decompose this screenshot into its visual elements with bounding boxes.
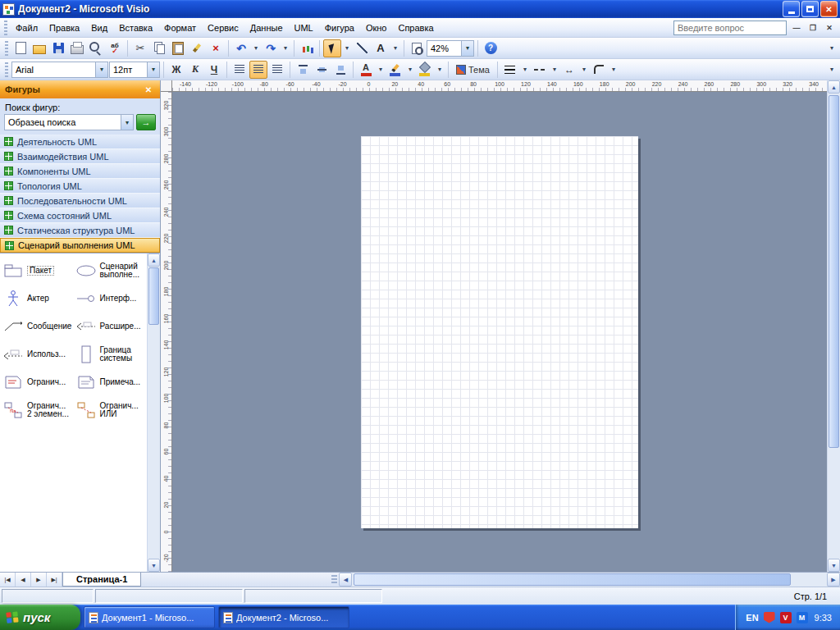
align-right-button[interactable] [268,61,286,79]
corner-rounding-button[interactable] [590,61,608,79]
horizontal-ruler[interactable]: -140 -120 -100 -80 -60 -40 -20 0 20 [172,80,827,92]
pointer-tool-dropdown[interactable]: ▾ [342,39,352,57]
shape-system-boundary[interactable]: Граница системы [74,340,147,368]
menu-item[interactable]: Вставка [113,20,158,36]
shape-note[interactable]: Примеча... [74,368,147,396]
menu-item[interactable]: Файл [10,20,43,36]
data-graphics-button[interactable] [298,39,316,57]
menu-item[interactable]: Правка [43,20,85,36]
scroll-up-icon[interactable]: ▲ [148,253,160,267]
page-tab[interactable]: Страница-1 [62,573,141,587]
text-tool-button[interactable]: A [372,39,390,57]
security-shield-icon[interactable] [764,612,775,623]
font-color-dropdown[interactable]: ▾ [376,61,386,79]
taskbar-task-button[interactable]: Документ1 - Microso... [84,606,215,628]
shape-uses[interactable]: Использ... [1,340,74,368]
menu-item[interactable]: UML [289,20,319,36]
shape-extends[interactable]: Расшире... [74,313,147,340]
line-color-dropdown[interactable]: ▾ [405,61,415,79]
help-button[interactable]: ? [482,39,500,57]
toolbar-options-button[interactable]: ▾ [826,39,838,57]
line-weight-button[interactable] [501,61,519,79]
line-weight-dropdown[interactable]: ▾ [520,61,530,79]
save-button[interactable] [49,39,67,57]
shape-constraint-or[interactable]: Огранич... ИЛИ [74,396,147,424]
antivirus-icon[interactable]: V [780,612,792,623]
stencil-item[interactable]: Последовательности UML [0,194,160,208]
messenger-icon[interactable]: M [797,612,808,623]
menu-item[interactable]: Данные [244,20,289,36]
line-pattern-dropdown[interactable]: ▾ [550,61,559,79]
align-middle-button[interactable] [313,61,331,79]
undo-button[interactable]: ↶ [232,39,250,57]
line-color-button[interactable] [386,61,404,79]
toolbar-grip[interactable] [5,41,8,56]
font-size-dropdown-icon[interactable]: ▾ [147,62,159,77]
new-document-button[interactable] [11,39,30,57]
stencil-item[interactable]: Взаимодействия UML [0,149,160,164]
redo-dropdown[interactable]: ▾ [281,39,290,57]
toolbar-grip[interactable] [5,62,8,77]
shape-message[interactable]: Сообщение [1,313,74,340]
language-indicator[interactable]: EN [746,613,758,623]
menu-item[interactable]: Окно [360,20,393,36]
taskbar-task-button[interactable]: Документ2 - Microso... [218,606,349,628]
close-button[interactable]: ✕ [820,1,838,17]
open-button[interactable] [30,39,48,57]
menu-item[interactable]: Фигура [319,20,360,36]
shape-constraint[interactable]: Огранич... [1,368,74,396]
shapes-scrollbar[interactable]: ▲ ▼ [147,253,160,572]
question-input[interactable] [673,21,787,35]
previous-page-button[interactable]: ◀ [16,573,31,587]
scroll-right-icon[interactable]: ▶ [827,573,840,587]
bold-button[interactable]: Ж [167,61,185,79]
menu-item[interactable]: Формат [158,20,202,36]
document-minimize-button[interactable]: — [790,21,803,34]
theme-button[interactable]: Тема [452,61,494,79]
maximize-button[interactable] [801,1,819,17]
text-tool-dropdown[interactable]: ▾ [390,39,400,57]
first-page-button[interactable]: |◀ [0,573,16,587]
connector-tool-button[interactable] [353,39,371,57]
shape-interface[interactable]: Интерф... [74,285,147,313]
shape-search-go-button[interactable]: → [136,114,156,130]
last-page-button[interactable]: ▶| [47,573,62,587]
scroll-left-icon[interactable]: ◀ [339,573,352,587]
horizontal-scroll-thumb[interactable] [354,573,790,586]
shapes-panel-close-button[interactable]: ✕ [142,83,155,96]
align-left-button[interactable] [231,61,249,79]
vertical-scrollbar[interactable]: ▲ ▼ [827,80,840,572]
scroll-down-icon[interactable]: ▼ [828,559,840,572]
shape-constraint-2-elements[interactable]: Na Огранич... 2 элемен... [1,396,74,424]
document-restore-button[interactable]: ❐ [806,21,819,34]
underline-button[interactable]: Ч [205,61,223,79]
horizontal-scroll-track[interactable] [352,573,827,587]
delete-button[interactable]: × [207,39,225,57]
zoom-dropdown-icon[interactable]: ▾ [461,41,473,56]
fill-color-button[interactable] [416,61,434,79]
undo-dropdown[interactable]: ▾ [251,39,261,57]
drawing-surface[interactable] [172,92,827,572]
align-center-button[interactable] [249,61,267,79]
shape-use-case[interactable]: Сценарий выполне... [74,257,147,285]
align-bottom-button[interactable] [331,61,349,79]
shape-search-combo[interactable]: Образец поиска ▾ [4,114,134,130]
corner-rounding-dropdown[interactable]: ▾ [609,61,619,79]
align-top-button[interactable] [294,61,312,79]
shapes-scroll-track[interactable] [148,267,160,559]
line-ends-button[interactable]: ↔ [560,61,578,79]
vertical-scroll-thumb[interactable] [829,95,839,448]
zoom-combo[interactable]: 42% ▾ [427,40,474,57]
menu-item[interactable]: Вид [85,20,113,36]
stencil-item[interactable]: Деятельность UML [0,135,160,149]
font-size-combo[interactable]: 12пт ▾ [109,62,160,78]
start-button[interactable]: пуск [0,605,80,630]
toolbar-options-button[interactable]: ▾ [826,61,838,79]
fit-page-button[interactable] [408,39,426,57]
fill-color-dropdown[interactable]: ▾ [435,61,445,79]
spelling-button[interactable]: аб✓ [106,39,124,57]
shape-package[interactable]: Пакет [1,257,74,285]
cut-button[interactable]: ✂ [131,39,149,57]
menubar-grip[interactable] [4,21,7,35]
font-color-button[interactable]: А [357,61,375,79]
